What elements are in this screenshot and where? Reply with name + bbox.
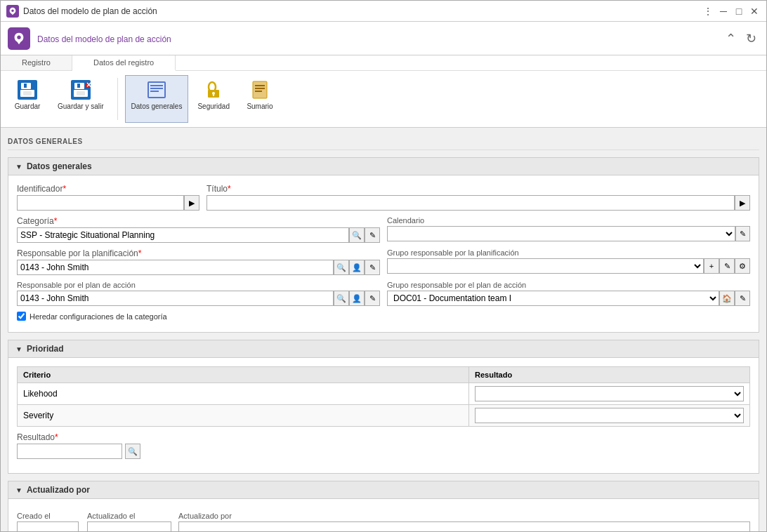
heredar-checkbox[interactable] <box>17 312 26 321</box>
categoria-group: Categoría* 🔍 ✎ <box>17 216 380 243</box>
categoria-edit-btn[interactable]: ✎ <box>365 227 380 243</box>
resp-planif-wrap: 🔍 👤 ✎ <box>17 260 380 275</box>
resp-planif-group: Responsable por la planificación* 🔍 👤 ✎ <box>17 248 380 275</box>
calendario-select[interactable] <box>387 226 735 241</box>
identificador-wrap: ▶ <box>17 195 199 211</box>
sumario-icon <box>249 79 271 101</box>
grupo-resp-planif-wrap: + ✎ ⚙ <box>387 258 750 274</box>
resultado-input[interactable] <box>17 444 122 459</box>
svg-rect-4 <box>23 91 32 95</box>
criterio-severity: Severity <box>18 405 469 427</box>
categoria-search-btn[interactable]: 🔍 <box>349 227 365 243</box>
resp-planif-edit-btn[interactable]: ✎ <box>365 260 380 275</box>
resultado-search-btn[interactable]: 🔍 <box>125 444 140 459</box>
datos-generales-label: Datos generales <box>131 102 183 110</box>
prioridad-card-header[interactable]: ▼ Prioridad <box>8 340 759 358</box>
priority-table: Criterio Resultado Likehood <box>17 366 750 427</box>
expand-icon: ▼ <box>15 163 22 171</box>
criterio-likehood: Likehood <box>18 383 469 405</box>
grupo-resp-planif-edit-btn[interactable]: ✎ <box>719 258 735 274</box>
sumario-button[interactable]: Sumario <box>239 75 281 123</box>
form-row-resp-plan: Responsable por el plan de acción 🔍 👤 ✎ … <box>17 281 750 306</box>
identificador-arrow-btn[interactable]: ▶ <box>184 195 199 211</box>
resp-plan-user-btn[interactable]: 👤 <box>349 291 365 306</box>
grupo-resp-plan-group: Grupo responsable por el plan de acción … <box>387 281 750 306</box>
resp-plan-label: Responsable por el plan de acción <box>17 281 380 289</box>
actualizado-el-input[interactable] <box>87 521 171 531</box>
seguridad-button[interactable]: Seguridad <box>191 75 236 123</box>
refresh-btn[interactable]: ↻ <box>743 28 759 49</box>
titulo-arrow-btn[interactable]: ▶ <box>735 195 750 211</box>
grupo-resp-plan-home-btn[interactable]: 🏠 <box>719 291 735 306</box>
toolbar-tabs: Registro Datos del registro <box>1 55 766 71</box>
actualizado-card-header[interactable]: ▼ Actualizado por <box>8 481 759 499</box>
app-header-title: Datos del modelo de plan de acción <box>37 32 723 45</box>
req-star-rp: * <box>138 248 142 258</box>
resp-planif-input[interactable] <box>17 260 334 275</box>
grupo-resp-planif-add-btn[interactable]: + <box>704 258 719 274</box>
resp-plan-search-btn[interactable]: 🔍 <box>334 291 349 306</box>
creado-input[interactable] <box>17 521 79 531</box>
svg-rect-2 <box>24 84 27 88</box>
req-star: * <box>63 184 66 194</box>
datos-generales-button[interactable]: Datos generales <box>125 75 189 123</box>
col-resultado: Resultado <box>469 367 750 383</box>
save-button[interactable]: Guardar <box>6 75 48 123</box>
collapse-btn[interactable]: ⌃ <box>723 28 739 49</box>
toolbar-sep-1 <box>117 78 118 120</box>
svg-rect-23 <box>255 88 265 89</box>
datos-generales-icon <box>145 79 168 101</box>
resp-planif-search-btn[interactable]: 🔍 <box>334 260 349 275</box>
save-exit-button[interactable]: × Guardar y salir <box>51 75 110 123</box>
resp-plan-edit-btn[interactable]: ✎ <box>365 291 380 306</box>
seguridad-label: Seguridad <box>197 102 230 110</box>
actualizado-el-label: Actualizado el <box>87 512 171 520</box>
titlebar-menu-btn[interactable]: ⋮ <box>702 5 714 18</box>
resp-plan-wrap: 🔍 👤 ✎ <box>17 291 380 306</box>
resultado-label: Resultado* <box>17 432 140 442</box>
titlebar-maximize-btn[interactable]: □ <box>733 5 745 18</box>
req-star-cat: * <box>54 216 58 226</box>
calendario-edit-btn[interactable]: ✎ <box>735 226 750 241</box>
resp-plan-input[interactable] <box>17 291 334 306</box>
app-logo-icon <box>8 27 30 50</box>
save-exit-label: Guardar y salir <box>58 102 104 110</box>
titlebar: Datos del modelo de plan de acción ⋮ ─ □… <box>1 1 766 22</box>
svg-rect-20 <box>213 94 214 96</box>
titulo-label: Título* <box>206 184 750 194</box>
resp-planif-user-btn[interactable]: 👤 <box>349 260 365 275</box>
resultado-likehood-select[interactable] <box>475 386 744 401</box>
grupo-resp-planif-config-btn[interactable]: ⚙ <box>735 258 750 274</box>
titlebar-title: Datos del modelo de plan de acción <box>23 6 702 16</box>
creado-label: Creado el <box>17 512 80 520</box>
grupo-resp-plan-edit-btn[interactable]: ✎ <box>735 291 750 306</box>
grupo-resp-plan-select[interactable]: DOC01 - Documentation team I <box>387 291 719 306</box>
svg-text:×: × <box>86 80 91 90</box>
actualizado-card-title: Actualizado por <box>27 485 90 495</box>
save-exit-icon: × <box>70 79 92 101</box>
datos-generales-card-title: Datos generales <box>27 161 92 171</box>
svg-rect-21 <box>253 81 267 98</box>
identificador-input[interactable] <box>17 195 184 211</box>
actualizado-card: ▼ Actualizado por Creado el Actualizado … <box>8 481 759 531</box>
grupo-resp-planif-select[interactable] <box>387 258 704 274</box>
tab-datos-registro[interactable]: Datos del registro <box>72 55 176 71</box>
categoria-input[interactable] <box>17 227 349 243</box>
app-header: Datos del modelo de plan de acción ⌃ ↻ <box>1 22 766 55</box>
datos-generales-card-header[interactable]: ▼ Datos generales <box>8 158 759 175</box>
toolbar-buttons: Guardar × Guardar y salir <box>1 71 766 127</box>
tab-registro[interactable]: Registro <box>1 55 72 70</box>
prioridad-card: ▼ Prioridad Criterio Resultado Likehood <box>8 340 759 474</box>
table-row: Severity <box>18 405 750 427</box>
section-header: DATOS GENERALES <box>8 135 759 150</box>
main-window: Datos del modelo de plan de acción ⋮ ─ □… <box>0 0 767 532</box>
actualizado-por-label: Actualizado por <box>178 512 750 520</box>
sumario-label: Sumario <box>247 102 273 110</box>
actualizado-por-input[interactable] <box>178 521 750 531</box>
titlebar-close-btn[interactable]: ✕ <box>748 5 761 18</box>
resultado-severity-select[interactable] <box>475 408 744 423</box>
form-row-cat-cal: Categoría* 🔍 ✎ Calendario <box>17 216 750 243</box>
titlebar-minimize-btn[interactable]: ─ <box>717 5 730 18</box>
titulo-input[interactable] <box>206 195 735 211</box>
seguridad-icon <box>202 79 225 101</box>
